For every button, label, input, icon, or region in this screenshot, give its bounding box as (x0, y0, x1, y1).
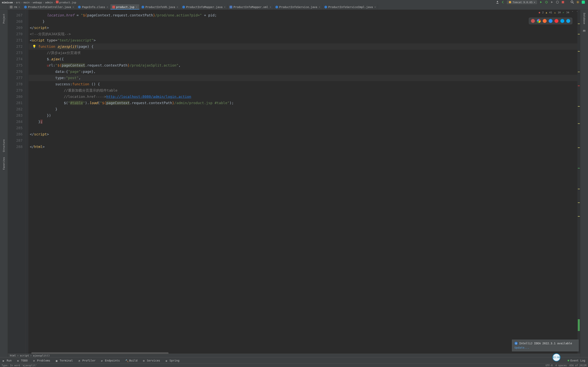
tab-productinfovo-java[interactable]: ProductInfoVO.java× (139, 4, 180, 10)
tool-favorites[interactable]: Favorites (0, 155, 8, 172)
code-line-272[interactable]: 💡function ajaxsplit(page) { (29, 43, 580, 50)
settings-icon[interactable] (576, 0, 580, 4)
safari-icon[interactable] (549, 19, 553, 23)
warning-count: 41 (549, 11, 552, 14)
code-area[interactable]: location.href = "${pageContext.request.c… (29, 10, 580, 354)
inspection-summary[interactable]: ●2 ▲41 ▲10 ✔34 ˆˇ (539, 11, 579, 14)
ide-icon[interactable] (581, 0, 585, 4)
code-line-278[interactable]: success:function () { (29, 81, 580, 87)
search-icon[interactable] (570, 0, 574, 4)
firefox-icon[interactable] (543, 19, 547, 23)
code-line-273[interactable]: //异步ajax分页请求 (29, 50, 580, 56)
code-line-286[interactable]: </script> (29, 131, 580, 137)
close-tab-icon[interactable]: × (19, 6, 20, 8)
code-line-270[interactable]: <!--分页的AJAX实现--> (29, 31, 580, 37)
tool-terminal[interactable]: ▣Terminal (53, 357, 76, 363)
opera-icon[interactable] (554, 19, 558, 23)
close-tab-icon[interactable]: × (224, 6, 225, 8)
tool-profiler[interactable]: ◔Profiler (76, 357, 98, 363)
edge-icon[interactable] (566, 19, 570, 23)
close-tab-icon[interactable]: × (177, 6, 178, 8)
code-line-268[interactable]: } (29, 18, 580, 25)
code-line-275[interactable]: url:"${pageContext.request.contextPath}/… (29, 62, 580, 68)
tab-product-jsp[interactable]: product.jsp× (110, 4, 139, 10)
breadcrumb-3[interactable]: webapp (33, 1, 42, 4)
breadcrumb-4[interactable]: admin (45, 1, 53, 4)
coverage-icon[interactable] (550, 0, 554, 4)
tab-rm[interactable]: rm× (8, 4, 22, 10)
intellij-preview-icon[interactable] (531, 19, 535, 23)
svg-point-11 (577, 1, 578, 3)
breadcrumb-5[interactable]: product.jsp (59, 1, 76, 4)
tool-structure[interactable]: Structure (0, 137, 8, 155)
run-icon[interactable] (539, 0, 543, 4)
tool-project[interactable]: Project (0, 10, 8, 27)
stop-icon[interactable] (561, 0, 565, 4)
fold-column[interactable] (26, 10, 29, 354)
notification-update-link[interactable]: Update... (515, 346, 576, 349)
tab-productinfomapper-java[interactable]: ProductInfoMapper.java× (180, 4, 228, 10)
close-tab-icon[interactable]: × (270, 6, 271, 8)
endpoints-icon: ⇄ (101, 359, 104, 362)
tool-maven[interactable]: m (580, 27, 588, 34)
code-line-284[interactable]: }; (29, 119, 580, 125)
profiler-icon[interactable] (555, 0, 559, 4)
tool-database[interactable]: Database (580, 10, 588, 27)
code-line-271[interactable]: <script type="text/javascript"> (29, 37, 580, 43)
profiler-icon: ◔ (78, 359, 81, 362)
code-line-285[interactable] (29, 125, 580, 131)
code-line-281[interactable]: $("#table").load("${pageContext.request.… (29, 100, 580, 106)
tab-productinfoserviceimpl-java[interactable]: ProductInfoServiceImpl.java× (322, 4, 378, 10)
ie-icon[interactable] (560, 19, 564, 23)
code-line-277[interactable]: type:"post", (29, 75, 580, 81)
user-icon[interactable] (495, 0, 499, 4)
close-tab-icon[interactable]: × (107, 6, 108, 8)
tool-endpoints[interactable]: ⇄Endpoints (98, 357, 122, 363)
event-log-button[interactable]: Event Log (565, 357, 588, 363)
code-line-279[interactable]: //重新加载分页显示的组件table (29, 87, 580, 93)
tool-services[interactable]: ⚙Services (140, 357, 163, 363)
chrome-icon[interactable] (537, 19, 541, 23)
tool-spring[interactable]: ✿Spring (163, 357, 182, 363)
run-config-selector[interactable]: Tomcat 9.0.65 ▾ (507, 0, 537, 4)
debug-icon[interactable] (545, 0, 548, 4)
build-icon: 🔨 (125, 359, 128, 362)
code-line-276[interactable]: data:{"page":page}, (29, 68, 580, 75)
breadcrumb-0[interactable]: mimissm (2, 1, 13, 4)
encoding[interactable]: UTF-8 (545, 364, 553, 367)
tab-productinfomapper-xml[interactable]: ProductInfoMapper.xml× (228, 4, 273, 10)
code-line-280[interactable]: //location.href---->http://localhost:808… (29, 93, 580, 100)
code-line-288[interactable]: </html> (29, 144, 580, 150)
error-stripe[interactable] (577, 10, 580, 354)
code-line-269[interactable]: </script> (29, 25, 580, 31)
close-tab-icon[interactable]: × (374, 6, 376, 8)
close-tab-icon[interactable]: × (319, 6, 320, 8)
right-tool-strip: Database m (580, 10, 588, 360)
crumb-html[interactable]: html (10, 354, 16, 357)
code-line-274[interactable]: $.ajax({ (29, 56, 580, 62)
tab-productinfoservice-java[interactable]: ProductInfoService.java× (273, 4, 322, 10)
back-icon[interactable] (501, 0, 505, 4)
tab-productinfocontroller-java[interactable]: ProductInfoController.java× (22, 4, 76, 10)
crumb-function[interactable]: ajaxsplit() (33, 354, 50, 357)
code-line-282[interactable]: } (29, 106, 580, 112)
memory-indicator[interactable]: 656 of 2022M (569, 364, 587, 367)
horizontal-scrollbar[interactable] (31, 352, 169, 354)
close-tab-icon[interactable]: × (136, 6, 137, 8)
weak-warning-count: 10 (558, 11, 561, 14)
breadcrumb-1[interactable]: src (16, 1, 20, 4)
tab-pageinfo-class[interactable]: PageInfo.class× (76, 4, 110, 10)
breadcrumb-2[interactable]: main (24, 1, 30, 4)
code-line-287[interactable] (29, 137, 580, 144)
tool-run[interactable]: ▶Run (0, 357, 14, 363)
indent[interactable]: 4 spaces (555, 364, 567, 367)
tool-build[interactable]: 🔨Build (122, 357, 140, 363)
tool-problems[interactable]: ⊘Problems (30, 357, 53, 363)
tool-todo[interactable]: ≡TODO (14, 357, 30, 363)
code-line-283[interactable]: }) (29, 112, 580, 119)
code-line-267[interactable]: location.href = "${pageContext.request.c… (29, 12, 580, 18)
editor[interactable]: 2672682692702712722732742752762772782792… (8, 10, 580, 354)
crumb-script[interactable]: script (20, 354, 29, 357)
status-bar: Typo: In word 'ajaxsplit' UTF-8 4 spaces… (0, 363, 588, 367)
close-tab-icon[interactable]: × (72, 6, 74, 8)
